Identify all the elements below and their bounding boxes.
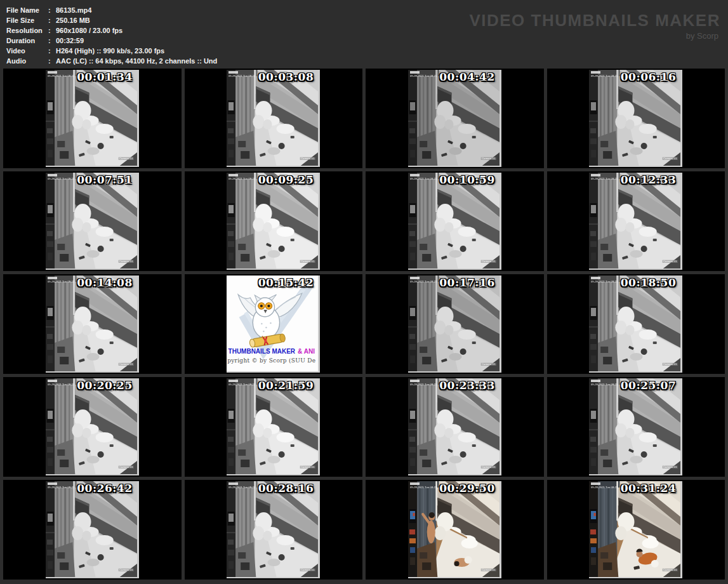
osd-channel-id <box>410 174 420 176</box>
thumbnail-image: 09-28-2021 Tue 08:25 Camera 01 <box>589 173 680 269</box>
osd-channel-id <box>228 71 238 74</box>
thumbnail-image: 09-28-2021 Tue 08:25 Camera 01 <box>408 481 500 577</box>
osd-datetime: 09-28-2021 Tue 08:25 <box>48 383 74 386</box>
file-info-row: Video : H264 (High) :: 990 kb/s, 23.00 f… <box>6 46 217 56</box>
file-info-colon: : <box>48 46 56 56</box>
osd-datetime: 09-28-2021 Tue 08:25 <box>228 178 255 180</box>
thumbnail-timestamp: 00:18:50 <box>621 276 677 289</box>
file-info-colon: : <box>48 36 56 46</box>
osd-datetime: 09-28-2021 Tue 08:25 <box>591 178 618 180</box>
grid-cell: 09-28-2021 Tue 08:25 Camera 01 00:04:42 <box>366 69 544 168</box>
video-thumbnail: 09-28-2021 Tue 08:25 Camera 01 00:21:59 <box>227 378 320 475</box>
osd-channel-id <box>410 380 420 382</box>
file-info-label: Duration <box>6 36 48 46</box>
cctv-bedroom-scene-graphic <box>408 70 500 166</box>
grid-cell: 09-28-2021 Tue 08:25 Camera 01 00:01:34 <box>3 69 182 168</box>
thumbnail-timestamp: 00:14:08 <box>77 276 133 289</box>
osd-datetime: 09-28-2021 Tue 08:25 <box>48 486 74 489</box>
osd-datetime: 09-28-2021 Tue 08:25 <box>591 486 618 489</box>
file-info-label: File Size <box>6 15 48 25</box>
thumbnail-image: THUMBNAILS MAKER& ANI pyright © by Scorp… <box>227 275 318 371</box>
grid-cell: 09-28-2021 Tue 08:25 Camera 01 00:25:07 <box>547 377 725 477</box>
thumbnail-timestamp: 00:25:07 <box>621 379 677 392</box>
cctv-bedroom-scene-graphic <box>408 378 500 474</box>
osd-channel-id <box>591 277 600 279</box>
osd-datetime: 09-28-2021 Tue 08:25 <box>410 383 437 386</box>
thumbnail-timestamp: 00:15:42 <box>258 276 314 289</box>
thumbnail-timestamp: 00:10:59 <box>439 173 495 186</box>
thumbnail-timestamp: 00:12:33 <box>621 173 677 186</box>
logo-thumb-title: THUMBNAILS MAKER& ANI <box>227 348 316 355</box>
cctv-bedroom-scene-graphic <box>589 173 680 269</box>
camera-label: Camera 01 <box>662 157 677 160</box>
video-thumbnail: 09-28-2021 Tue 08:25 Camera 01 00:31:24 <box>589 481 682 578</box>
video-thumbnail: 09-28-2021 Tue 08:25 Camera 01 00:12:33 <box>589 173 682 270</box>
camera-label: Camera 01 <box>481 466 496 468</box>
osd-channel-id <box>228 174 238 176</box>
cctv-bedroom-scene-graphic <box>589 70 680 166</box>
file-info-label: Audio <box>6 56 48 66</box>
camera-label: Camera 01 <box>119 569 134 571</box>
thumbnail-timestamp: 00:04:42 <box>439 70 495 83</box>
app-logo-title: VIDEO THUMBNAILS MAKER <box>469 11 720 30</box>
osd-channel-id <box>591 174 600 176</box>
osd-channel-id <box>48 71 57 74</box>
thumbnail-timestamp: 00:26:42 <box>77 482 133 494</box>
video-thumbnail: 09-28-2021 Tue 08:25 Camera 01 00:29:50 <box>408 481 501 578</box>
grid-cell: 09-28-2021 Tue 08:25 Camera 01 00:23:33 <box>366 377 544 477</box>
osd-datetime: 09-28-2021 Tue 08:25 <box>228 383 255 386</box>
thumbnail-image: 09-28-2021 Tue 08:25 Camera 01 <box>227 173 318 269</box>
camera-label: Camera 01 <box>481 363 496 366</box>
video-thumbnail: THUMBNAILS MAKER& ANI pyright © by Scorp… <box>227 275 320 373</box>
grid-cell: THUMBNAILS MAKER& ANI pyright © by Scorp… <box>185 274 363 374</box>
thumbnail-timestamp: 00:17:16 <box>439 276 495 289</box>
cctv-bedroom-scene-graphic <box>589 275 680 371</box>
thumbnail-image: 09-28-2021 Tue 08:25 Camera 01 <box>589 275 680 371</box>
thumbnail-image: 09-28-2021 Tue 08:25 Camera 01 <box>227 70 318 166</box>
video-thumbnail: 09-28-2021 Tue 08:25 Camera 01 00:18:50 <box>589 275 682 373</box>
video-thumbnail: 09-28-2021 Tue 08:25 Camera 01 00:25:07 <box>589 378 682 475</box>
osd-channel-id <box>410 277 420 279</box>
osd-datetime: 09-28-2021 Tue 08:25 <box>410 178 437 180</box>
grid-cell: 09-28-2021 Tue 08:25 Camera 01 00:29:50 <box>366 480 544 580</box>
file-info-row: Resolution : 960x1080 / 23.00 fps <box>6 25 217 36</box>
thumbnail-timestamp: 00:09:25 <box>258 173 314 186</box>
file-info-colon: : <box>48 15 56 25</box>
thumbnail-timestamp: 00:31:24 <box>621 482 677 494</box>
cctv-bedroom-scene-graphic <box>408 275 500 371</box>
osd-channel-id <box>48 380 57 382</box>
osd-channel-id <box>591 71 600 74</box>
file-info-value: 00:32:59 <box>56 36 84 46</box>
video-thumbnail: 09-28-2021 Tue 08:25 Camera 01 00:03:08 <box>227 70 320 167</box>
thumbnail-image: 09-28-2021 Tue 08:25 Camera 01 <box>589 378 680 474</box>
video-thumbnail: 09-28-2021 Tue 08:25 Camera 01 00:04:42 <box>408 70 501 167</box>
video-thumbnail: 09-28-2021 Tue 08:25 Camera 01 00:26:42 <box>46 481 139 578</box>
grid-cell: 09-28-2021 Tue 08:25 Camera 01 00:03:08 <box>185 69 363 168</box>
file-info-row: File Name : 86135.mp4 <box>6 5 217 15</box>
file-info-colon: : <box>48 56 56 66</box>
camera-label: Camera 01 <box>662 260 677 263</box>
grid-cell: 09-28-2021 Tue 08:25 Camera 01 00:09:25 <box>185 171 363 271</box>
cctv-bedroom-scene-graphic <box>589 378 680 474</box>
camera-label: Camera 01 <box>300 569 315 571</box>
osd-channel-id <box>410 71 420 74</box>
osd-datetime: 09-28-2021 Tue 08:25 <box>48 178 74 180</box>
osd-channel-id <box>228 482 238 485</box>
thumbnail-image: 09-28-2021 Tue 08:25 Camera 01 <box>408 275 500 371</box>
thumbnail-image: 09-28-2021 Tue 08:25 Camera 01 <box>227 481 318 577</box>
file-info-value: 86135.mp4 <box>56 5 91 15</box>
camera-label: Camera 01 <box>119 466 134 468</box>
osd-channel-id <box>410 482 420 485</box>
camera-label: Camera 01 <box>662 363 677 366</box>
camera-label: Camera 01 <box>300 260 315 263</box>
video-thumbnail: 09-28-2021 Tue 08:25 Camera 01 00:10:59 <box>408 173 501 270</box>
osd-datetime: 09-28-2021 Tue 08:25 <box>228 486 255 489</box>
file-info-row: Audio : AAC (LC) :: 64 kbps, 44100 Hz, 2… <box>6 56 217 66</box>
thumbnail-image: 09-28-2021 Tue 08:25 Camera 01 <box>227 378 318 474</box>
grid-cell: 09-28-2021 Tue 08:25 Camera 01 00:07:51 <box>3 171 182 271</box>
file-info-label: File Name <box>6 5 48 15</box>
camera-label: Camera 01 <box>300 466 315 468</box>
file-info-value: H264 (High) :: 990 kb/s, 23.00 fps <box>56 46 164 56</box>
camera-label: Camera 01 <box>481 260 496 263</box>
thumbnail-image: 09-28-2021 Tue 08:25 Camera 01 <box>46 275 137 371</box>
